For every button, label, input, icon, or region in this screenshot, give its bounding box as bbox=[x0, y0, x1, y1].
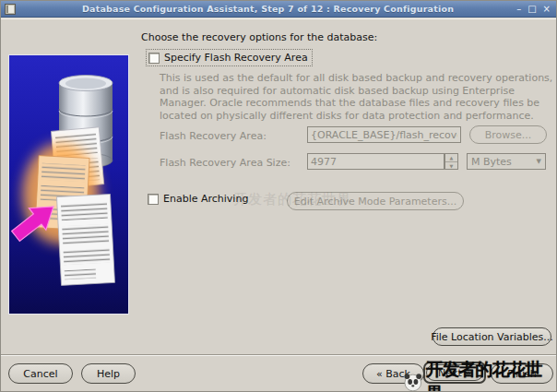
document-sheet-front bbox=[57, 194, 115, 285]
specify-flash-recovery-label: Specify Flash Recovery Area bbox=[164, 52, 308, 64]
chevron-down-icon: ▼ bbox=[537, 158, 541, 165]
titlebar: Database Configuration Assistant, Step 7… bbox=[1, 1, 556, 18]
footer-separator bbox=[1, 354, 556, 356]
page-heading: Choose the recovery options for the data… bbox=[141, 31, 377, 43]
checkbox-unchecked-icon[interactable] bbox=[148, 53, 160, 64]
cancel-button[interactable]: Cancel bbox=[8, 363, 73, 384]
enable-archiving-label: Enable Archiving bbox=[163, 193, 248, 205]
maximize-icon[interactable]: □ bbox=[527, 5, 536, 14]
finish-button[interactable]: Finish bbox=[491, 363, 553, 384]
next-button[interactable]: Next » bbox=[426, 364, 483, 381]
flash-recovery-size-label: Flash Recovery Area Size: bbox=[160, 157, 290, 169]
flash-recovery-description: This is used as the default for all disk… bbox=[160, 72, 557, 122]
help-button[interactable]: Help bbox=[81, 363, 136, 384]
checkbox-unchecked-icon[interactable] bbox=[148, 194, 159, 205]
dbca-window: Database Configuration Assistant, Step 7… bbox=[0, 0, 557, 392]
window-controls: – □ × bbox=[516, 5, 552, 14]
close-icon[interactable]: × bbox=[543, 5, 551, 14]
database-recovery-graphic bbox=[9, 55, 128, 314]
spinner-up-icon[interactable]: ▲ bbox=[445, 154, 457, 162]
window-title: Database Configuration Assistant, Step 7… bbox=[19, 4, 516, 14]
size-unit-value: M Bytes bbox=[471, 156, 512, 168]
titlebar-highlight bbox=[1, 18, 556, 19]
flash-recovery-area-input[interactable] bbox=[307, 126, 461, 143]
enable-archiving-checkbox-row[interactable]: Enable Archiving bbox=[148, 193, 248, 205]
spinner-down-icon[interactable]: ▼ bbox=[445, 162, 457, 170]
flash-recovery-size-input[interactable] bbox=[307, 153, 444, 170]
edit-archive-mode-button[interactable]: Edit Archive Mode Parameters... bbox=[287, 192, 464, 210]
browse-button[interactable]: Browse... bbox=[469, 125, 547, 144]
flash-recovery-area-label: Flash Recovery Area: bbox=[160, 130, 267, 142]
size-spinner[interactable]: ▲ ▼ bbox=[444, 153, 458, 170]
back-button[interactable]: « Back bbox=[362, 363, 424, 384]
window-icon bbox=[5, 4, 16, 15]
minimize-icon[interactable]: – bbox=[516, 5, 521, 14]
file-location-variables-button[interactable]: File Location Variables... bbox=[433, 327, 551, 346]
next-button-default-frame: Next » bbox=[423, 362, 486, 384]
sidebar-illustration bbox=[8, 54, 129, 315]
size-unit-dropdown[interactable]: M Bytes ▼ bbox=[467, 153, 546, 170]
specify-flash-recovery-checkbox-row[interactable]: Specify Flash Recovery Area bbox=[146, 49, 313, 66]
